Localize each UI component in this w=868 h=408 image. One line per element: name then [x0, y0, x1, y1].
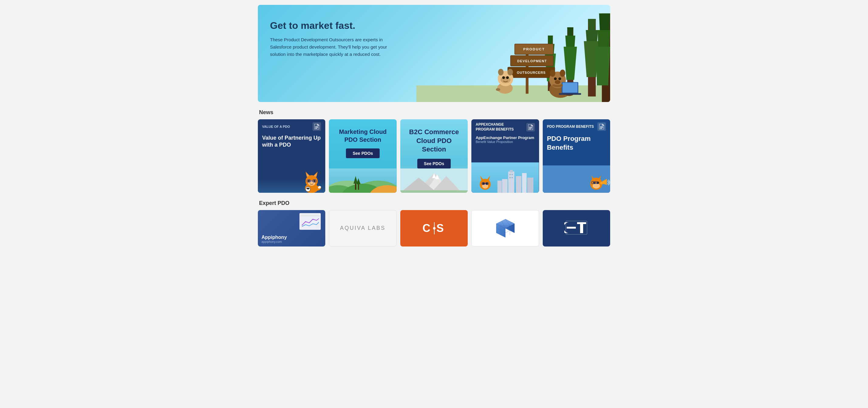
- news-card-marketing-cloud[interactable]: Marketing Cloud PDO Section See PDOs: [329, 119, 396, 193]
- svg-rect-40: [562, 82, 579, 94]
- svg-rect-88: [502, 179, 507, 193]
- svg-marker-11: [546, 44, 554, 72]
- expert-pdo-cards-row: Appiphony appiphony.com AQUIVA LABS C S: [258, 210, 610, 247]
- appex-subtitle2: Benefit Value Proposition: [475, 140, 534, 144]
- svg-point-36: [554, 77, 557, 80]
- svg-point-29: [502, 76, 505, 79]
- svg-rect-41: [562, 83, 577, 93]
- svg-point-24: [497, 83, 513, 94]
- see-pdos-b2c-button[interactable]: See PDOs: [417, 159, 451, 168]
- svg-text:DEVELOPMENT: DEVELOPMENT: [517, 59, 547, 63]
- svg-point-32: [549, 81, 571, 98]
- svg-rect-69: [358, 184, 359, 190]
- svg-point-37: [559, 77, 561, 80]
- news-card-appexchange[interactable]: AppExchange Program Benefits AppExchange…: [471, 119, 539, 193]
- svg-rect-132: [580, 222, 583, 233]
- expert-card-appiphony[interactable]: Appiphony appiphony.com: [258, 210, 325, 247]
- svg-point-33: [549, 72, 566, 88]
- hero-banner: Get to market fast. These Product Develo…: [258, 5, 610, 102]
- svg-point-27: [507, 69, 513, 75]
- card-icon-appexchange: [526, 123, 535, 131]
- card-title-b2c: B2C Commerce Cloud PDO Section: [400, 119, 468, 159]
- hero-text-block: Get to market fast. These Product Develo…: [258, 5, 404, 73]
- news-card-b2c-commerce[interactable]: B2C Commerce Cloud PDO Section See PDOs: [400, 119, 468, 193]
- hero-title: Get to market fast.: [270, 20, 392, 31]
- cis-letters: C S: [423, 222, 445, 235]
- svg-point-38: [555, 80, 560, 84]
- svg-marker-3: [586, 30, 598, 69]
- svg-rect-13: [602, 13, 610, 102]
- ct-logo: [564, 219, 589, 238]
- svg-rect-87: [527, 178, 533, 193]
- svg-rect-89: [497, 181, 502, 193]
- svg-rect-130: [567, 227, 576, 228]
- svg-point-34: [550, 69, 555, 77]
- svg-point-31: [496, 88, 500, 91]
- svg-marker-6: [567, 27, 574, 60]
- svg-rect-20: [510, 56, 553, 66]
- svg-marker-7: [565, 35, 575, 69]
- svg-rect-9: [548, 35, 553, 91]
- pdo-program-title: PDO Program Benefits: [547, 134, 606, 152]
- appex-subtitle: AppExchange Partner Program: [475, 135, 534, 140]
- svg-rect-18: [515, 44, 554, 55]
- svg-rect-84: [510, 170, 513, 172]
- svg-rect-90: [509, 174, 511, 175]
- svg-rect-93: [512, 177, 513, 178]
- appiphony-url: appiphony.com: [261, 240, 322, 244]
- expert-pdo-section-label: Expert PDO: [258, 200, 610, 207]
- card-label-appexchange: AppExchange Program Benefits: [475, 122, 523, 132]
- appiphony-name: Appiphony: [261, 235, 322, 240]
- news-card-pdo-program[interactable]: PDO Program Benefits PDO Program Benefit…: [543, 119, 610, 193]
- hero-description: These Product Development Outsourcers ar…: [270, 36, 392, 58]
- news-section-label: News: [258, 109, 610, 116]
- expert-card-cube[interactable]: [471, 210, 539, 247]
- card-label-pdo-program: PDO Program Benefits: [547, 124, 594, 129]
- see-pdos-marketing-button[interactable]: See PDOs: [346, 149, 380, 158]
- svg-rect-1: [588, 19, 596, 97]
- news-card-value-pdo[interactable]: Value of a PDO Value of Partnering Up wi…: [258, 119, 325, 193]
- svg-rect-0: [416, 85, 610, 102]
- svg-rect-86: [522, 173, 527, 193]
- card-title-marketing-cloud: Marketing Cloud PDO Section: [329, 119, 396, 149]
- svg-rect-78: [400, 190, 468, 193]
- svg-marker-8: [564, 47, 577, 80]
- svg-rect-42: [559, 93, 581, 95]
- svg-point-26: [498, 69, 503, 75]
- card-icon-pdo-program: [597, 122, 606, 131]
- svg-rect-17: [526, 50, 528, 94]
- svg-point-35: [560, 69, 565, 77]
- svg-marker-15: [598, 30, 610, 63]
- svg-rect-85: [516, 176, 522, 193]
- svg-rect-92: [509, 177, 511, 178]
- svg-marker-12: [545, 54, 556, 81]
- svg-marker-16: [596, 47, 610, 86]
- cis-logo: C S: [423, 222, 445, 235]
- hero-illustration: PRODUCT DEVELOPMENT OUTSOURCERS: [416, 5, 610, 102]
- expert-card-aquiva[interactable]: AQUIVA LABS: [329, 210, 397, 247]
- aquiva-name: AQUIVA LABS: [340, 225, 386, 231]
- svg-point-25: [498, 71, 513, 86]
- expert-card-cis[interactable]: C S: [400, 210, 468, 247]
- svg-rect-22: [508, 67, 555, 78]
- svg-point-28: [500, 76, 510, 83]
- cube-logo-icon: [493, 216, 518, 241]
- svg-point-39: [565, 88, 577, 97]
- news-cards-row: Value of a PDO Value of Partnering Up wi…: [258, 119, 610, 193]
- svg-rect-5: [567, 27, 574, 94]
- svg-marker-10: [548, 35, 553, 63]
- svg-rect-91: [512, 174, 513, 175]
- card-label-value-pdo: Value of a PDO: [262, 125, 290, 128]
- svg-text:PRODUCT: PRODUCT: [523, 47, 545, 51]
- card-icon-value-pdo: [312, 122, 321, 131]
- svg-point-30: [506, 76, 509, 79]
- svg-text:OUTSOURCERS: OUTSOURCERS: [517, 71, 546, 74]
- svg-rect-83: [508, 171, 515, 193]
- svg-marker-14: [599, 13, 610, 46]
- svg-point-57: [313, 180, 315, 182]
- svg-rect-119: [300, 216, 320, 216]
- svg-marker-4: [584, 41, 599, 77]
- svg-point-56: [308, 180, 310, 182]
- svg-rect-117: [600, 182, 603, 184]
- expert-card-ct[interactable]: [543, 210, 610, 247]
